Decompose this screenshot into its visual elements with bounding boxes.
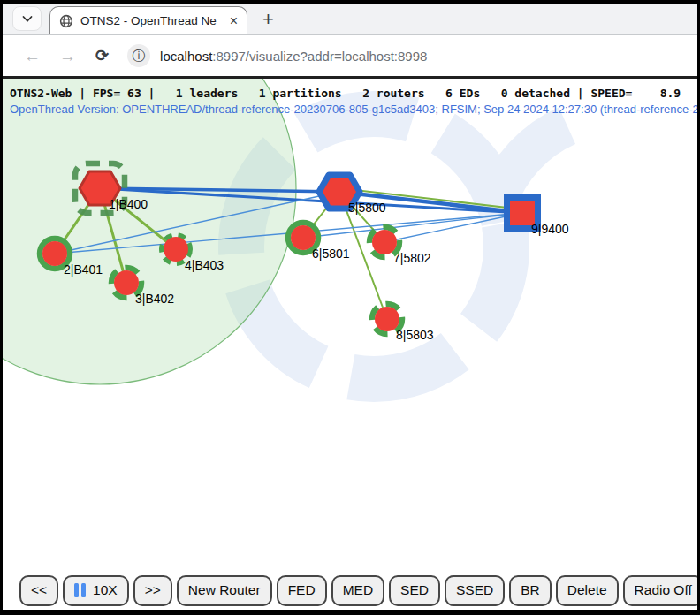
node-label-2: 2|B401: [64, 262, 103, 277]
button-label: New Router: [188, 582, 261, 598]
radio-off-button[interactable]: Radio Off: [623, 575, 697, 606]
network-canvas[interactable]: 1|B4002|B4013|B4024|B4035|58006|58017|58…: [3, 79, 697, 571]
action-toolbar: <<10X>>New RouterFEDMEDSEDSSEDBRDeleteRa…: [3, 571, 697, 610]
new-tab-button[interactable]: +: [262, 10, 274, 29]
tab-strip: OTNS2 - OpenThread Ne × +: [3, 4, 697, 35]
tab-title: OTNS2 - OpenThread Ne: [80, 14, 223, 27]
new-med-button[interactable]: MED: [331, 575, 384, 606]
button-label: 10X: [93, 582, 118, 598]
forward-icon[interactable]: →: [59, 48, 76, 65]
new-router-button[interactable]: New Router: [177, 575, 272, 606]
node-label-5: 5|5800: [348, 201, 386, 215]
simulation-canvas: OTNS2-Web | FPS= 63 | 1 leaders 1 partit…: [3, 79, 697, 571]
address-bar[interactable]: localhost:8997/visualize?addr=localhost:…: [160, 49, 427, 64]
button-label: FED: [288, 582, 316, 598]
new-sed-button[interactable]: SED: [389, 575, 440, 606]
node-label-3: 3|B402: [135, 292, 174, 306]
reload-icon[interactable]: ⟳: [95, 48, 109, 64]
site-info-icon[interactable]: ⓘ: [127, 44, 150, 67]
new-br-button[interactable]: BR: [509, 575, 552, 606]
tab-otns2[interactable]: OTNS2 - OpenThread Ne ×: [49, 6, 247, 34]
speed-down-button[interactable]: <<: [19, 575, 58, 606]
url-path: :8997/visualize?addr=localhost:8998: [212, 49, 427, 64]
button-label: <<: [31, 582, 47, 598]
tab-search-button[interactable]: [12, 6, 42, 31]
node-label-8: 8|5803: [396, 328, 434, 342]
openthread-version-text: OpenThread Version: OPENTHREAD/thread-re…: [10, 102, 697, 116]
button-label: Delete: [567, 582, 607, 598]
speed-up-button[interactable]: >>: [133, 575, 172, 606]
pause-speed-button[interactable]: 10X: [63, 575, 129, 606]
button-label: MED: [343, 582, 373, 598]
back-icon[interactable]: ←: [24, 48, 41, 65]
chevron-down-icon: [22, 15, 33, 23]
new-fed-button[interactable]: FED: [277, 575, 327, 606]
tab-close-icon[interactable]: ×: [230, 14, 238, 28]
globe-icon: [59, 14, 73, 28]
status-bar: OTNS2-Web | FPS= 63 | 1 leaders 1 partit…: [10, 87, 681, 100]
node-label-7: 7|5802: [393, 251, 431, 265]
url-host: localhost: [160, 49, 212, 64]
delete-button[interactable]: Delete: [556, 575, 619, 606]
node-label-4: 4|B403: [185, 258, 224, 272]
browser-window: OTNS2 - OpenThread Ne × + ← → ⟳ ⓘ localh…: [0, 0, 700, 615]
pause-icon: [74, 583, 79, 597]
node-label-6: 6|5801: [312, 247, 350, 261]
button-label: SED: [400, 582, 429, 598]
button-label: >>: [145, 582, 161, 598]
pause-icon: [81, 583, 86, 597]
button-label: BR: [521, 582, 540, 598]
button-label: SSED: [456, 582, 493, 598]
node-label-1: 1|B400: [109, 197, 148, 211]
node-label-9: 9|9400: [531, 222, 569, 236]
navigation-bar: ← → ⟳ ⓘ localhost:8997/visualize?addr=lo…: [3, 35, 697, 76]
button-label: Radio Off: [635, 582, 692, 598]
new-ssed-button[interactable]: SSED: [445, 575, 505, 606]
